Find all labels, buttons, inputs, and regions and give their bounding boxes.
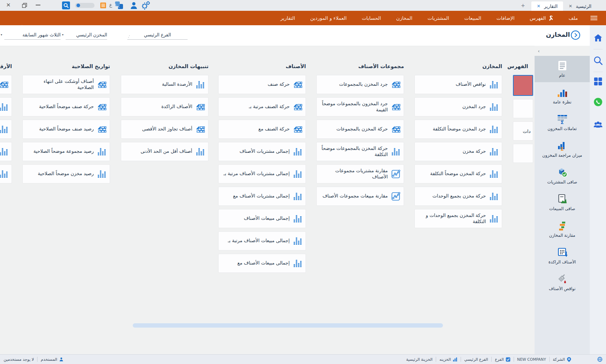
apps-grid-icon[interactable] [594,77,602,86]
branch-filter-select[interactable]: الفرع الرئيسي ˈˌ [127,30,188,40]
report-card[interactable]: رصيد مجموعة موضحاً الصلاحية [22,142,110,161]
report-card[interactable]: حركة مخزن بجميع الوحدات [414,187,502,206]
category-inventory-transactions[interactable]: تعاملات المخزون [535,109,590,136]
divider [491,357,492,362]
report-card[interactable]: جرد المخزن [414,97,502,116]
bricks-icon [97,102,106,112]
user-icon[interactable] [130,1,138,9]
language-letter: ع [109,2,112,8]
category-warehouse-comparison[interactable]: مقارنة المخازن [535,216,590,242]
category-net-sales[interactable]: صافى المبيعات [535,189,590,216]
translate-icon[interactable] [115,1,123,10]
report-card[interactable]: حركة المخزن موضحاً التكلفة [414,164,502,183]
menubar-item-warehouses[interactable]: المخازن [388,11,420,25]
report-card[interactable]: حركة الصنف مرتبة بـ [218,97,306,116]
menubar-item-clients-suppliers[interactable]: العملاء و الموردين [303,11,354,25]
report-card[interactable]: حركة صنف [218,75,306,94]
new-tab-button[interactable]: + [521,3,525,8]
window-restore-button[interactable] [22,3,27,8]
hamburger-menu-icon[interactable] [585,11,602,25]
whatsapp-icon[interactable] [593,97,603,107]
report-card[interactable] [0,97,12,116]
tab-reports[interactable]: التقارير ✕ [531,1,563,11]
report-card[interactable] [0,142,12,161]
report-card[interactable]: رصيد صنف موضحاً الصلاحية [22,120,110,139]
report-card[interactable]: حركة المخزن بالمجموعات موضحاً التكلفة [316,142,404,161]
close-tab-icon[interactable]: ✕ [568,4,572,9]
report-card[interactable]: جرد المخزن موضحاً التكلفة [414,120,502,139]
tab-home[interactable]: الرئيسية ✕ [565,1,596,11]
bars-chart-icon [0,125,8,134]
collapse-panel-button[interactable]: › [535,46,590,56]
index-tile[interactable] [513,99,533,118]
contacts-people-icon[interactable] [593,120,603,130]
report-card[interactable]: حركة مخزن [414,142,502,161]
report-card[interactable]: مقارنة مبيعات مجموعات الأصناف [316,187,404,206]
report-card[interactable]: جرد المخزون بالمجموعات موضحاً القيمة [316,97,404,116]
report-card[interactable]: حركة المخزن بالمجموعات [316,120,404,139]
report-card[interactable]: حركة صنف موضحاً الصلاحية [22,97,110,116]
report-card[interactable]: الأصناف الراكدة [121,97,208,116]
circle-arrow-icon[interactable] [571,30,580,40]
report-card[interactable]: إجمالى مشتريات الأصناف مرتبة بـ [218,164,306,183]
category-item-shortages[interactable]: نواقص الأصناف [535,269,590,296]
report-card[interactable]: رصيد مخزن موضحاً الصلاحية [22,164,110,183]
report-card[interactable]: حركة الصنف مع [218,120,306,139]
index-tile[interactable] [513,144,533,163]
category-overview[interactable]: نظرة عامة [535,82,590,109]
search-icon[interactable] [62,1,70,9]
menubar-item-purchases[interactable]: المشتريات [420,11,457,25]
search-icon[interactable] [593,55,603,66]
report-card[interactable]: إجمالى مبيعات الأصناف [218,209,306,228]
report-card[interactable]: أصناف أقل من الحد الأدنى [121,142,208,161]
report-card[interactable]: حركة المخزن بجميع الوحدات و التكلفة [414,209,502,228]
report-card[interactable] [0,120,12,139]
category-inventory-trial-balance[interactable]: ميزان مراجعة المخزون [535,136,590,162]
report-card[interactable]: إجمالى مشتريات الأصناف مع [218,187,306,206]
report-card[interactable] [0,75,12,94]
bars-chart-icon [97,147,106,156]
menubar-item-sales[interactable]: المبيعات [457,11,489,25]
list-icon[interactable] [100,3,106,8]
report-card[interactable]: أصناف أوشكت على انتهاء الصلاحية [22,75,110,94]
globe-icon[interactable] [597,357,602,362]
dropdown-arrow-icon[interactable]: ▾ [62,33,63,36]
report-card[interactable]: إجمالى مشتريات الأصناف [218,142,306,161]
branch-value: الفرع الرئيسي [464,357,488,362]
report-card[interactable]: إجمالى مبيعات الأصناف مع [218,254,306,273]
bricks-icon [293,102,302,112]
report-card[interactable]: أصناف تجاوز الحد الأقصى [121,120,208,139]
report-card[interactable]: مقارنة مشتريات مجموعات الأصناف [316,164,404,183]
menubar-item-addons[interactable]: الإضافات [489,11,522,25]
report-card[interactable] [0,164,12,183]
report-card[interactable]: نواقص الأصناف [414,75,502,94]
category-stagnant-items[interactable]: الأصناف الراكدة [535,242,590,269]
menubar-item-reports[interactable]: التقارير [273,11,303,25]
dropdown-arrow-icon[interactable]: ▾ [1,33,2,36]
bars-sum-icon [557,140,568,151]
window-close-button[interactable]: ✕ [6,2,11,8]
index-tile[interactable]: دات [513,121,533,141]
menubar-item-index[interactable]: الفهرس [522,11,561,25]
report-card[interactable]: إجمالى مبيعات الأصناف مرتبة بـ [218,231,306,250]
category-net-purchases[interactable]: صافى المشتريات [535,162,590,189]
bars-chart-icon [196,147,205,156]
warehouse-filter-select[interactable]: المخزن الرئيسي [66,30,107,40]
notifications-bell-icon[interactable] [17,24,27,34]
horizontal-scrollbar[interactable] [133,323,443,328]
bars-chart-icon [489,80,499,89]
report-card[interactable]: جرد المخزن بالمجموعات [316,75,404,94]
report-card[interactable]: الأرصدة السالبة [121,75,208,94]
period-filter-select[interactable]: الثلاث شهور السابقة [4,30,61,40]
category-general[interactable]: عام [535,56,590,82]
index-tile-selected[interactable] [513,75,533,96]
settings-gear-icon[interactable] [141,1,150,10]
menubar-item-accounts[interactable]: الحسابات [354,11,388,25]
close-tab-icon[interactable]: ✕ [537,4,540,9]
home-icon[interactable] [593,33,603,43]
column-expiry-dates: تواريخ الصلاحية أصناف أوشكت على انتهاء ا… [22,63,110,187]
tab-label: التقارير [544,4,558,9]
window-minimize-button[interactable] [36,5,40,5]
menubar-item-file[interactable]: ملف [561,11,585,25]
theme-toggle[interactable] [75,3,95,8]
